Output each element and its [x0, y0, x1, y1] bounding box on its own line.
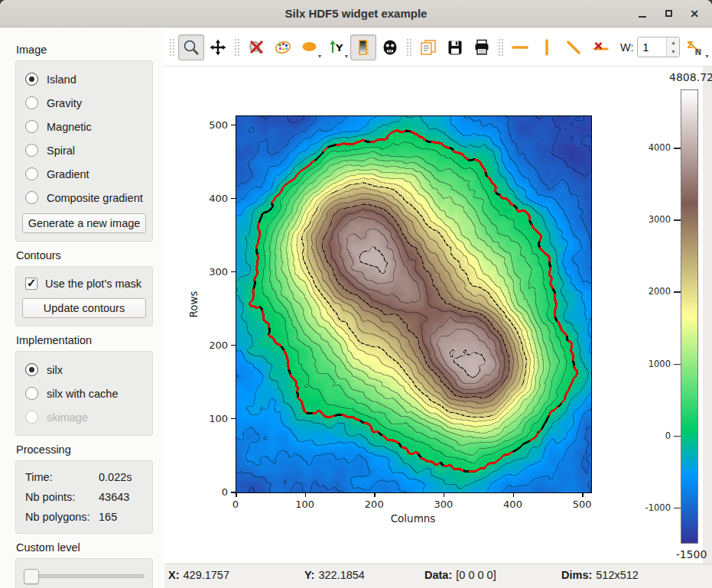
maximize-icon	[665, 10, 672, 17]
radio-icon	[25, 191, 38, 204]
plot-area: Rows Columns 010020030040050001002003004…	[164, 67, 712, 564]
status-label: Y:	[304, 569, 314, 581]
zoom-reset-button[interactable]	[243, 34, 269, 60]
colorbar[interactable]	[681, 89, 698, 544]
tick-mark	[305, 492, 307, 497]
vertical-profile-icon	[538, 38, 556, 57]
toolbar-grip[interactable]	[498, 38, 504, 57]
status-value: 512x512	[596, 569, 639, 581]
zoom-reset-icon	[247, 38, 265, 57]
status-label: Dims:	[561, 569, 592, 581]
implementation-groupbox: silx silx with cache skimage	[15, 351, 153, 436]
colorbar-tick-label: 1000	[632, 359, 671, 369]
aspect-ratio-button[interactable]: ▾	[297, 34, 323, 60]
vertical-profile-button[interactable]	[534, 34, 560, 60]
save-button[interactable]	[442, 34, 468, 60]
radio-label: Magnetic	[47, 121, 92, 133]
radio-icon	[25, 144, 38, 157]
processing-nb-polygons-row: Nb polygons: 165	[19, 507, 149, 527]
colorbar-tick-label: 4000	[632, 142, 671, 153]
custom-level-groupbox	[15, 558, 153, 588]
colorbar-max-label: 4808.72	[669, 71, 712, 83]
radio-silx[interactable]: silx	[19, 358, 149, 382]
toolbar-grip[interactable]	[406, 38, 412, 57]
mask-icon	[381, 38, 399, 57]
print-icon	[473, 38, 491, 57]
radio-island[interactable]: Island	[19, 67, 149, 91]
aspect-ratio-icon	[301, 38, 319, 57]
colorbar-tick-mark	[674, 508, 681, 509]
line-width-input[interactable]	[638, 37, 666, 57]
radio-label: Gradient	[47, 168, 89, 180]
checkbox-icon	[25, 278, 37, 290]
y-axis-orientation-button[interactable]: Y ▾	[323, 34, 349, 60]
generate-new-image-button[interactable]: Generate a new image	[22, 213, 146, 233]
radio-icon	[25, 387, 38, 400]
radio-composite-gradient[interactable]: Composite gradient	[19, 186, 149, 210]
contour-plot-canvas[interactable]	[236, 115, 592, 493]
pan-mode-button[interactable]	[205, 34, 231, 60]
processing-label: Nb polygons:	[25, 511, 99, 523]
processing-nb-points-row: Nb points: 43643	[19, 487, 149, 507]
toolbar-grip[interactable]	[169, 38, 175, 57]
zoom-mode-button[interactable]	[178, 34, 204, 60]
mask-tool-button[interactable]	[377, 34, 403, 60]
sidebar: Image Island Gravity Magnetic Spiral	[0, 28, 164, 588]
free-line-profile-button[interactable]	[561, 34, 587, 60]
tick-label: 400	[503, 499, 522, 510]
minimize-button[interactable]	[636, 7, 649, 21]
radio-label: Island	[47, 73, 76, 86]
free-line-profile-icon	[564, 38, 583, 57]
horizontal-profile-icon	[511, 38, 529, 57]
custom-level-slider[interactable]	[24, 574, 145, 578]
slider-handle[interactable]	[24, 569, 39, 584]
copy-button[interactable]	[415, 34, 441, 60]
status-dims: Dims:512x512	[561, 569, 639, 581]
dropdown-arrow-icon: ▾	[318, 54, 321, 60]
colormap-button[interactable]	[270, 34, 296, 60]
radio-silx-with-cache[interactable]: silx with cache	[19, 382, 149, 405]
update-contours-button[interactable]: Update contours	[22, 298, 146, 318]
horizontal-profile-button[interactable]	[507, 34, 533, 60]
toolbar-grip[interactable]	[234, 38, 240, 57]
radio-gravity[interactable]: Gravity	[19, 91, 149, 115]
spin-up-icon[interactable]: ▲	[667, 37, 679, 47]
n-glyph: N	[695, 47, 702, 56]
tick-mark	[231, 198, 236, 200]
maximize-button[interactable]	[662, 7, 675, 21]
radio-label: silx with cache	[47, 388, 118, 400]
status-label: Data:	[424, 569, 452, 581]
colorbar-toggle-button[interactable]	[350, 34, 376, 60]
radio-magnetic[interactable]: Magnetic	[19, 115, 149, 138]
print-button[interactable]	[469, 34, 495, 60]
processing-section-label: Processing	[16, 443, 153, 456]
clear-profile-button[interactable]	[587, 34, 613, 60]
y-axis-label: Rows	[187, 281, 200, 327]
line-width-spinbox[interactable]: ▲ ▼	[637, 37, 680, 57]
dropdown-arrow-icon: ▾	[705, 54, 708, 60]
titlebar[interactable]: Silx HDF5 widget example ✕	[0, 0, 712, 28]
profile-mean-button[interactable]: ΣN ▾	[681, 34, 710, 60]
status-value: 429.1757	[184, 569, 229, 581]
radio-label: silx	[47, 364, 63, 376]
processing-label: Nb points:	[25, 491, 99, 503]
radio-spiral[interactable]: Spiral	[19, 138, 149, 162]
spin-down-icon[interactable]: ▼	[667, 47, 679, 57]
processing-label: Time:	[25, 471, 99, 483]
plot-toolbar: ▾ Y ▾	[164, 28, 712, 67]
use-plots-mask-checkbox[interactable]: Use the plot's mask	[19, 273, 149, 294]
tick-label: 500	[197, 119, 228, 130]
processing-time-row: Time: 0.022s	[19, 467, 149, 487]
tick-label: 200	[365, 499, 384, 510]
radio-gradient[interactable]: Gradient	[19, 162, 149, 186]
x-axis-label: Columns	[391, 512, 436, 525]
contours-groupbox: Use the plot's mask Update contours	[15, 266, 153, 326]
tick-label: 100	[295, 499, 314, 510]
status-value: [0 0 0 0]	[456, 569, 496, 581]
tick-label: 0	[232, 499, 239, 510]
minimize-icon	[639, 16, 646, 18]
tick-mark	[236, 492, 237, 497]
colorbar-tick-label: -1000	[632, 502, 671, 513]
close-button[interactable]: ✕	[688, 7, 701, 21]
image-section-label: Image	[16, 44, 153, 56]
